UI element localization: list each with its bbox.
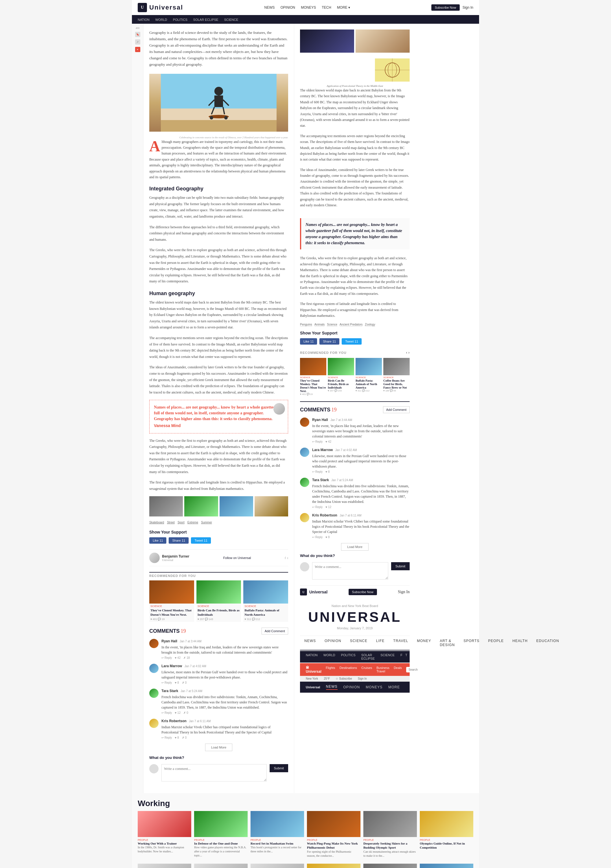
right-reply-btn-4[interactable]: ↩ Reply (312, 536, 323, 539)
right-nav-health[interactable]: HEALTH (508, 636, 532, 650)
comment-input[interactable] (161, 764, 267, 781)
right-nav-science[interactable]: SCIENCE (346, 636, 372, 650)
like-btn-2[interactable]: ♥ 8 (175, 681, 179, 684)
right-reply-btn-1[interactable]: ↩ Reply (312, 440, 323, 443)
right-snav-politics[interactable]: POLITICS (341, 653, 355, 660)
thumb-card-12[interactable]: People The Evidence Approach To Personal… (420, 864, 473, 868)
right-bar-deals[interactable]: Deals (394, 666, 402, 673)
thumb-card-5[interactable]: People Desperately Seeking Skiers for a … (363, 811, 417, 858)
right-social-t[interactable]: t (405, 653, 407, 660)
thumb-card-8[interactable]: People What Are They Training For? We as… (194, 864, 248, 868)
thumb-card-1[interactable]: People Working Out With a Trainer In the… (138, 811, 191, 858)
signin-link[interactable]: Sign In (462, 6, 473, 9)
nav-nation[interactable]: NATION (138, 18, 150, 22)
right-rec-card-2[interactable]: SCIENCE Birds Can Be Friends, Birds as I… (328, 358, 354, 395)
reply-btn-2[interactable]: ↩ Reply (161, 681, 172, 684)
reply-btn-1[interactable]: ↩ Reply (161, 656, 172, 659)
right-nav-opinion[interactable]: OPINION (320, 636, 346, 650)
right-signin-link[interactable]: Sign In (398, 590, 409, 594)
right-nav-money[interactable]: MONEY (413, 636, 436, 650)
rec-card-3[interactable]: SCIENCE Buffalo Pasta: Animals of North … (243, 580, 288, 622)
right-bar-destinations[interactable]: Destinations (340, 666, 357, 673)
dislike-btn-3[interactable]: ✗ 0 (183, 711, 188, 715)
load-more-button[interactable]: Load More (205, 744, 233, 751)
status-subscribe[interactable]: ☆ Subscribe (336, 677, 352, 680)
right-comment-input[interactable] (312, 562, 388, 580)
reply-btn-4[interactable]: ↩ Reply (161, 736, 172, 739)
sport-tag-street[interactable]: Street (167, 521, 175, 524)
right-rec-card-4[interactable]: SCIENCE Coffee Beans Are Good for Birds,… (383, 358, 409, 395)
thumb-card-11[interactable]: People Taking Swings in the Ring, Withou… (363, 864, 417, 868)
sport-tag-summer[interactable]: Summer (201, 521, 212, 524)
right-share-button[interactable]: Share 11 (319, 338, 340, 345)
like-btn-4[interactable]: ♥ 8 (175, 736, 179, 739)
rec-card-1[interactable]: SCIENCE They've Cloned Monkey. That Does… (149, 580, 194, 622)
submit-button[interactable]: Submit (270, 764, 288, 772)
right-nav-people[interactable]: PEOPLE (484, 636, 508, 650)
follow-button[interactable]: Follow on Universal (223, 556, 251, 560)
right-un-moneys[interactable]: MONEYS (366, 685, 383, 689)
like-btn-1[interactable]: ♥ 42 (175, 656, 180, 659)
dislike-btn-1[interactable]: ✗ 18 (183, 656, 190, 659)
status-signin[interactable]: Sign In (358, 677, 367, 680)
thumb-card-2[interactable]: People In Defense of the One-and-Done Ho… (194, 811, 248, 858)
tag-animals[interactable]: Animals (315, 323, 325, 326)
nav-tech[interactable]: TECH (322, 6, 331, 9)
sidebar-bookmark[interactable]: 🔖 (135, 32, 140, 37)
right-nav-life[interactable]: LIFE (372, 636, 389, 650)
tag-science[interactable]: Science (327, 323, 337, 326)
subscribe-button[interactable]: Subscribe Now (431, 4, 460, 11)
add-comment-button[interactable]: Add Comment (262, 628, 288, 634)
like-button[interactable]: Like 11 (149, 537, 166, 544)
right-un-more[interactable]: MORE (388, 685, 400, 689)
right-like-button[interactable]: Like 11 (300, 338, 317, 345)
right-tweet-button[interactable]: Tweet 11 (342, 338, 361, 345)
right-nav-education[interactable]: EDUCATION (532, 636, 564, 650)
right-reply-btn-3[interactable]: ↩ Reply (312, 505, 323, 508)
share-button[interactable]: Share 11 (169, 537, 189, 544)
right-snav-world[interactable]: WORLD (323, 653, 335, 660)
sport-tag-skateboard[interactable]: Skateboard (149, 521, 164, 524)
like-btn-3[interactable]: ♥ 12 (175, 711, 180, 715)
tag-ancient[interactable]: Ancient Predators (340, 323, 363, 326)
nav-science[interactable]: SCIENCE (224, 18, 238, 22)
thumb-card-7[interactable]: People Two-Hour Marathon The two-hour ma… (138, 864, 191, 868)
sport-tag-sport[interactable]: Sport (178, 521, 185, 524)
thumb-card-9[interactable]: People Go Gongage! Who is Gonzaga? The a… (251, 864, 304, 868)
nav-world[interactable]: WORLD (155, 18, 167, 22)
right-bar-flights[interactable]: Flights (326, 666, 335, 673)
right-nav-sports[interactable]: SPORTS (459, 636, 484, 650)
nav-more[interactable]: MORE ▾ (337, 6, 350, 9)
sidebar-close[interactable]: ✕ (135, 47, 140, 52)
thumb-card-6[interactable]: People Olympics Guide Online, If Not in … (420, 811, 473, 858)
right-un-news[interactable]: NEWS (326, 685, 338, 690)
tag-zoology[interactable]: Zoology (365, 323, 375, 326)
right-snav-nation[interactable]: NATION (306, 653, 318, 660)
thumb-card-4[interactable]: People Watch Ping-Pong Make Its New York… (307, 811, 360, 858)
sidebar-share[interactable]: ↗ (135, 39, 140, 45)
sport-tag-extreme[interactable]: Extreme (188, 521, 198, 524)
right-rec-card-1[interactable]: SCIENCE They've Cloned Monkey. That Does… (300, 358, 326, 395)
rec-card-2[interactable]: SCIENCE Birds Can Be Friends, Birds as I… (197, 580, 241, 622)
right-nav-travel[interactable]: TRAVEL (389, 636, 413, 650)
right-subscribe-button[interactable]: Subscribe Now (349, 589, 377, 595)
thumb-card-3[interactable]: People Record Set in Manhattan Swim This… (251, 811, 304, 858)
right-nav-news[interactable]: NEWS (300, 636, 320, 650)
dislike-btn-4[interactable]: ✗ 0 (182, 736, 187, 739)
nav-moneys[interactable]: MONEYS (301, 6, 316, 9)
right-social-f[interactable]: f (400, 653, 402, 660)
right-load-more[interactable]: Load More (341, 543, 369, 550)
thumb-card-10[interactable]: People Still Sweating, but in Nicer Clot… (307, 864, 360, 868)
nav-solar[interactable]: SOLAR ECLIPSE (193, 18, 219, 22)
right-reply-btn-2[interactable]: ↩ Reply (312, 470, 323, 473)
nav-politics[interactable]: POLITICS (173, 18, 188, 22)
right-nav-art[interactable]: ART & DESIGN (436, 636, 459, 650)
nav-news[interactable]: NEWS (264, 6, 275, 9)
right-snav-solar[interactable]: SOLAR ECLIPSE (361, 653, 375, 660)
tag-penguins[interactable]: Penguins (300, 323, 312, 326)
right-bar-search[interactable] (406, 667, 448, 673)
right-rec-card-3[interactable]: SCIENCE Buffalo Pasta: Animals of North … (355, 358, 382, 395)
right-add-comment-button[interactable]: Add Comment (383, 406, 409, 413)
right-un-opinion[interactable]: OPINION (343, 685, 360, 689)
right-snav-science[interactable]: SCIENCE (380, 653, 395, 660)
